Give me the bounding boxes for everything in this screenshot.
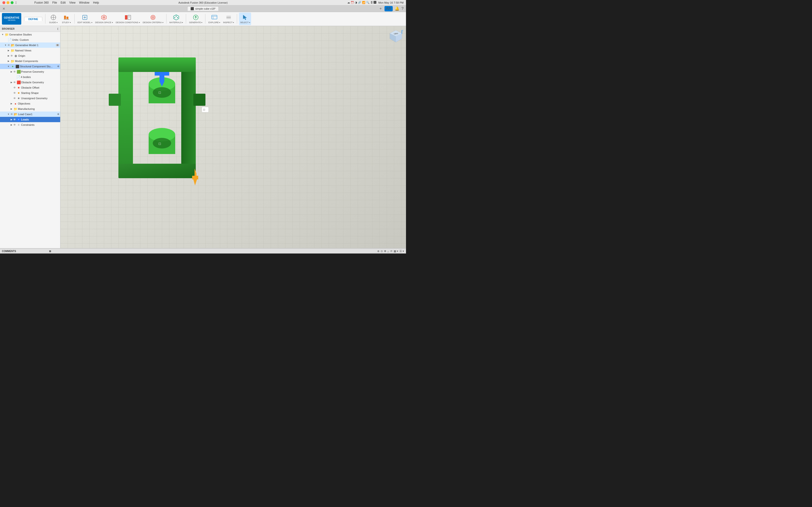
browser-item-manufacturing[interactable]: ▶ 📁 Manufacturing xyxy=(0,106,60,112)
toolbar-separator-5 xyxy=(205,14,205,24)
eye-starting-shape[interactable]: 👁 xyxy=(13,92,16,95)
tab-notification-icon[interactable]: 🔔 xyxy=(395,6,400,11)
expand-origin[interactable]: ▶ xyxy=(7,55,10,57)
design-space-tool[interactable]: DESIGN SPACE xyxy=(94,12,114,25)
svg-rect-35 xyxy=(193,94,205,106)
structural-component-badge: ⚙ xyxy=(57,65,59,68)
tab-close-icon[interactable]: ✕ xyxy=(2,7,5,11)
menu-window[interactable]: Window xyxy=(79,1,89,4)
materials-tool[interactable]: MATERIALS xyxy=(168,12,184,25)
expand-structural[interactable]: ▼ xyxy=(7,65,10,68)
explore-label: EXPLORE xyxy=(208,21,220,24)
svg-point-17 xyxy=(152,17,153,18)
define-tab[interactable]: DEFINE xyxy=(24,17,42,21)
inspect-tool[interactable]: INSPECT xyxy=(222,12,235,25)
minimize-button[interactable] xyxy=(6,1,9,4)
design-space-icon xyxy=(101,14,107,21)
expand-obstacle-geometry[interactable]: ▶ xyxy=(10,81,13,83)
eye-constraints[interactable]: 👁 xyxy=(13,123,16,126)
svg-rect-12 xyxy=(128,15,131,19)
browser-item-generative-model-1[interactable]: ▼ 👁 📂 Generative Model 1 ⚙ xyxy=(0,43,60,48)
viewport[interactable]: ⊡ ⊡ ⊡ xyxy=(60,26,406,248)
objectives-icon: ● xyxy=(13,102,17,106)
expand-manufacturing[interactable]: ▶ xyxy=(10,108,13,110)
browser-item-obstacle-offset[interactable]: 👁 ■ Obstacle Offset xyxy=(0,85,60,90)
snap-icon-btn[interactable]: ⊕ xyxy=(377,249,379,253)
eye-load-case-1[interactable]: 👁 xyxy=(10,113,13,116)
eye-obstacle-geometry[interactable]: 👁 xyxy=(13,81,16,84)
expand-loads[interactable]: ▶ xyxy=(10,118,13,121)
menu-help[interactable]: Help xyxy=(93,1,99,4)
browser-item-named-views[interactable]: ▶ 📁 Named Views xyxy=(0,48,60,53)
browser-item-model-components[interactable]: ▶ 📁 Model Components xyxy=(0,58,60,64)
zoom-btn[interactable]: ⌕ xyxy=(388,250,389,253)
snap-mode-btn[interactable]: ⊙ xyxy=(380,249,383,253)
eye-generative-model[interactable]: 👁 xyxy=(7,44,10,47)
generative-design-button[interactable]: GENERATIVE DESIGN xyxy=(2,13,21,24)
browser-item-load-case-1[interactable]: ▼ 👁 📂 Load Case1 ⚙ xyxy=(0,112,60,117)
orbit-btn[interactable]: ⟳ xyxy=(390,249,393,253)
navigation-cube[interactable]: LEFT Z xyxy=(389,29,403,44)
svg-point-20 xyxy=(177,17,178,18)
browser-item-starting-shape[interactable]: 👁 ■ Starting Shape xyxy=(0,90,60,96)
menu-view[interactable]: View xyxy=(69,1,75,4)
preserve-geometry-icon: 🟩 xyxy=(17,70,20,74)
guide-icon xyxy=(50,14,57,21)
titlebar-right: ☁ ⏰ ◑ 🔗 📶 🔍 🎛 🅰 Mon May 16 7:58 PM xyxy=(347,1,404,4)
browser-item-unassigned-geometry[interactable]: 👁 ■ Unassigned Geometry xyxy=(0,96,60,101)
select-tool[interactable]: SELECT xyxy=(239,12,251,25)
browser-item-objectives[interactable]: ▶ ● Objectives xyxy=(0,101,60,106)
expand-constraints[interactable]: ▶ xyxy=(10,124,13,126)
browser-item-structural-component[interactable]: ▼ ✦ ⬛ Structural Component Stu... ⚙ xyxy=(0,64,60,69)
explore-tool[interactable]: EXPLORE xyxy=(207,12,221,25)
maximize-button[interactable] xyxy=(11,1,13,4)
edit-model-tool[interactable]: EDIT MODEL xyxy=(77,12,93,25)
browser-item-origin[interactable]: ▶ 👁 ⊕ Origin xyxy=(0,53,60,58)
expand-generative-model[interactable]: ▼ xyxy=(4,44,7,46)
generate-tool[interactable]: GENERATE xyxy=(188,12,203,25)
comments-expand-icon[interactable]: ⊞ xyxy=(49,250,51,252)
tab-simple-cube[interactable]: ⬛ simple cube v18* xyxy=(187,6,219,11)
expand-model-components[interactable]: ▶ xyxy=(7,60,10,62)
tab-profile-btn[interactable]: AR xyxy=(385,6,393,11)
eye-unassigned-geometry[interactable]: 👁 xyxy=(13,97,16,100)
bottom-container: COMMENTS ⊞ ⊕ ⊙ ✥ ⌕ ⟳ ▦ ▾ ☰ ▾ xyxy=(0,248,406,253)
menu-file[interactable]: File xyxy=(52,1,57,4)
expand-generative-studies[interactable]: ▼ xyxy=(1,33,4,36)
expand-preserve-geometry[interactable]: ▶ xyxy=(10,70,13,73)
tab-add-icon[interactable]: ＋ xyxy=(379,6,383,11)
obstacle-geometry-label: Obstacle Geometry xyxy=(21,81,59,84)
design-criteria-tool[interactable]: DESIGN CRITERIA xyxy=(142,12,164,25)
svg-rect-34 xyxy=(109,94,121,106)
tab-help-icon[interactable]: ? xyxy=(401,6,404,11)
browser-item-loads[interactable]: ▶ 👁 ≡ Loads xyxy=(0,117,60,122)
eye-origin[interactable]: 👁 xyxy=(10,54,13,57)
generative-model-folder-icon: 📂 xyxy=(11,43,15,47)
study-tool[interactable]: STUDY xyxy=(60,12,72,25)
browser-item-generative-studies[interactable]: ▼ 📁 Generative Studies xyxy=(0,32,60,37)
browser-collapse-icon[interactable]: ⟨ xyxy=(57,27,58,30)
view-settings-btn[interactable]: ▦ ▾ xyxy=(394,249,398,253)
expand-named-views[interactable]: ▶ xyxy=(7,49,10,52)
menu-fusion360[interactable]: Fusion 360 xyxy=(34,1,49,4)
expand-load-case-1[interactable]: ▼ xyxy=(7,113,10,115)
browser-item-obstacle-geometry[interactable]: ▶ 👁 🟥 Obstacle Geometry xyxy=(0,80,60,85)
browser-item-constraints[interactable]: ▶ 👁 ≡ Constraints xyxy=(0,122,60,127)
pan-btn[interactable]: ✥ xyxy=(384,249,386,253)
comments-bar: COMMENTS ⊞ xyxy=(0,248,53,253)
design-criteria-label: DESIGN CRITERIA xyxy=(143,21,163,24)
design-conditions-tool[interactable]: DESIGN CONDITIONS xyxy=(115,12,141,25)
browser-item-preserve-geometry[interactable]: ▶ 👁 🟩 Preserve Geometry xyxy=(0,69,60,74)
eye-obstacle-offset[interactable]: 👁 xyxy=(13,86,16,89)
generative-model-1-label: Generative Model 1 xyxy=(15,44,55,47)
toolbar-separator-4 xyxy=(186,14,186,24)
browser-item-4-bodies[interactable]: 📄 4 bodies xyxy=(0,74,60,80)
menu-edit[interactable]: Edit xyxy=(61,1,66,4)
expand-objectives[interactable]: ▶ xyxy=(10,102,13,105)
eye-loads[interactable]: 👁 xyxy=(13,118,16,121)
close-button[interactable] xyxy=(2,1,5,4)
eye-preserve-geometry[interactable]: 👁 xyxy=(13,70,16,73)
browser-item-units[interactable]: 📄 Units: Custom xyxy=(0,37,60,43)
guide-tool[interactable]: GUIDE xyxy=(47,12,59,25)
display-settings-btn[interactable]: ☰ ▾ xyxy=(400,249,404,253)
